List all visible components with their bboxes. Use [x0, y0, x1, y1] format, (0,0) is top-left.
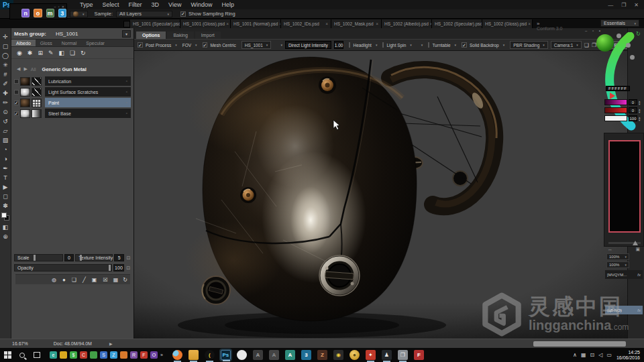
scale-value[interactable]: 0	[64, 254, 74, 261]
color-slider-value[interactable]: 0	[629, 107, 637, 113]
channel-tab[interactable]: Specular	[81, 40, 109, 46]
mesh-centric-label[interactable]: Mesh Centric	[210, 43, 235, 48]
tool-icon[interactable]: ◧	[1, 223, 11, 232]
tool-icon[interactable]: T	[1, 173, 11, 182]
system-tray-icon[interactable]: ∧	[573, 352, 577, 358]
group-filter-label[interactable]: All	[31, 67, 36, 72]
slider-settings-icon[interactable]: ⊡	[125, 265, 131, 271]
tray-app-icon[interactable]: e	[50, 351, 57, 359]
solid-backdrop-checkbox[interactable]: ✓	[462, 42, 467, 48]
layer-name[interactable]: Paint ▫	[45, 98, 131, 107]
taskbar-app-icon[interactable]: 3	[301, 350, 311, 360]
layer-mask-thumbnail[interactable]	[32, 109, 42, 118]
tool-icon[interactable]: ✐	[1, 79, 11, 88]
tool-icon[interactable]: ▧	[1, 135, 11, 145]
sample-dropdown[interactable]: All Layers ▾	[116, 11, 172, 17]
system-tray-icon[interactable]: ▭	[606, 352, 612, 358]
fill-dropdown[interactable]: 100% ▾	[606, 261, 629, 268]
viewport-tab[interactable]: Import	[195, 32, 221, 39]
menu-item[interactable]: Type	[75, 0, 98, 9]
tray-app-icon[interactable]: R	[130, 351, 138, 359]
taskbar-app-icon[interactable]: Z	[317, 350, 327, 360]
layer-checkbox[interactable]	[14, 90, 19, 95]
tool-icon[interactable]: ✏	[1, 98, 11, 107]
ddo-tool-icon[interactable]: ◧	[59, 50, 65, 56]
stepper-icons[interactable]: ▴▾	[639, 100, 641, 105]
launcher-app-icon[interactable]: 3	[58, 9, 66, 17]
turntable-checkbox[interactable]	[428, 42, 429, 48]
light-gizmo-sphere[interactable]	[596, 34, 614, 52]
texture-preview-selected[interactable]	[608, 140, 641, 233]
taskbar-app-icon[interactable]	[189, 350, 199, 360]
workspace-switcher[interactable]: Essentials ▾	[600, 19, 639, 27]
hue-pointer-icon[interactable]	[610, 93, 615, 99]
ddo-tool-icon[interactable]: ❏	[70, 50, 75, 56]
tab-close-icon[interactable]: ×	[226, 21, 229, 26]
ddo-action-icon[interactable]: ▦	[113, 277, 119, 283]
opacity-dropdown[interactable]: 100% ▾	[606, 253, 629, 260]
layer-mask-thumbnail[interactable]	[32, 99, 42, 107]
solid-backdrop-label[interactable]: Solid Backdrop	[470, 43, 499, 48]
tool-icon[interactable]: ▱	[1, 126, 11, 135]
layer-checkbox[interactable]: ✓	[14, 111, 19, 116]
menu-item[interactable]: View	[164, 0, 186, 9]
system-tray-icon[interactable]: ▦	[581, 352, 586, 358]
taskbar-app-icon[interactable]	[237, 350, 247, 360]
color-slider-value[interactable]: 100	[629, 115, 637, 121]
channel-tab[interactable]: Normal	[57, 40, 82, 46]
camera-dropdown[interactable]: Camera:1 ▾	[551, 41, 582, 49]
color-slider[interactable]	[604, 107, 627, 113]
document-tab[interactable]: HS_1001 (Specular).psd ×	[130, 19, 180, 28]
tool-icon[interactable]: ⊙	[1, 107, 11, 117]
ddo-action-icon[interactable]: ↻	[123, 277, 127, 283]
taskbar-app-icon[interactable]: ✦	[366, 350, 376, 360]
taskbar-app-icon[interactable]	[172, 350, 182, 360]
sampling-ring-checkbox[interactable]: ✓	[180, 11, 186, 17]
ddo-action-icon[interactable]: ▣	[92, 277, 97, 283]
layer-mask-thumbnail[interactable]	[32, 77, 42, 86]
direct-light-intensity-value[interactable]: 1.00	[334, 41, 344, 49]
stepper-icons[interactable]: ▴▾	[639, 108, 641, 113]
horizontal-scrollbar[interactable]	[533, 341, 626, 347]
ddo-tool-icon[interactable]: ⊞	[38, 50, 43, 56]
fx-badge[interactable]: fx	[637, 308, 641, 312]
zoom-level[interactable]: 16.67%	[12, 341, 28, 346]
layer-name[interactable]: Light Surface Scratches ▫	[45, 87, 131, 97]
layer-row[interactable]: ✓ Steel Base ▫	[11, 108, 133, 119]
restore-icon[interactable]: ❐	[621, 2, 626, 8]
tool-icon[interactable]: ✽	[1, 201, 11, 210]
launcher-app-icon[interactable]: n	[21, 9, 30, 17]
taskbar-app-icon[interactable]: (	[205, 350, 215, 360]
gizmo-dot[interactable]	[616, 34, 621, 38]
document-tab[interactable]: HS_1001 (Normal).psd ×	[231, 19, 281, 28]
launcher-app-icon[interactable]: o	[34, 9, 42, 17]
scale-slider[interactable]: Scale	[14, 254, 63, 261]
grid-icon[interactable]: ▣	[635, 247, 640, 252]
taskbar-app-icon[interactable]: A	[253, 350, 263, 360]
color-swatches[interactable]	[1, 213, 9, 221]
gizmo-dot[interactable]	[626, 43, 631, 48]
launcher-app-icon[interactable]: m	[46, 9, 54, 17]
slider-settings-icon[interactable]: ⊡	[125, 255, 131, 261]
scale-slider-handle[interactable]	[34, 255, 36, 261]
taskbar-app-icon[interactable]: A	[285, 350, 295, 360]
channel-tab[interactable]: Gloss	[36, 40, 57, 46]
document-tab[interactable]: HS_1002 (Specular).psd ×	[432, 19, 482, 28]
tab-scroll-button[interactable]	[123, 21, 130, 27]
ddo-tool-icon[interactable]: ◉	[17, 50, 22, 56]
document-tab[interactable]: HS_1002_IDs.psd ×	[281, 19, 331, 28]
tool-icon[interactable]: ◑	[1, 154, 11, 164]
layer-row[interactable]: Light Surface Scratches ▫	[11, 86, 133, 97]
system-tray-icon[interactable]: ⊡	[590, 352, 595, 358]
tray-app-icon[interactable]: $	[70, 351, 77, 359]
menu-item[interactable]: Window	[186, 0, 217, 9]
tool-icon[interactable]: ✚	[1, 88, 11, 98]
channel-tab[interactable]: Albedo	[11, 40, 36, 46]
tray-app-icon[interactable]: O	[150, 351, 158, 359]
headlight-label[interactable]: Headlight	[353, 43, 371, 48]
group-prev-icon[interactable]: ◀	[17, 66, 20, 72]
tray-app-icon[interactable]	[60, 351, 67, 359]
tray-app-icon[interactable]: Z	[110, 351, 117, 359]
layer-mask-thumbnail[interactable]	[32, 88, 42, 97]
tool-icon[interactable]: ✛	[1, 32, 11, 42]
